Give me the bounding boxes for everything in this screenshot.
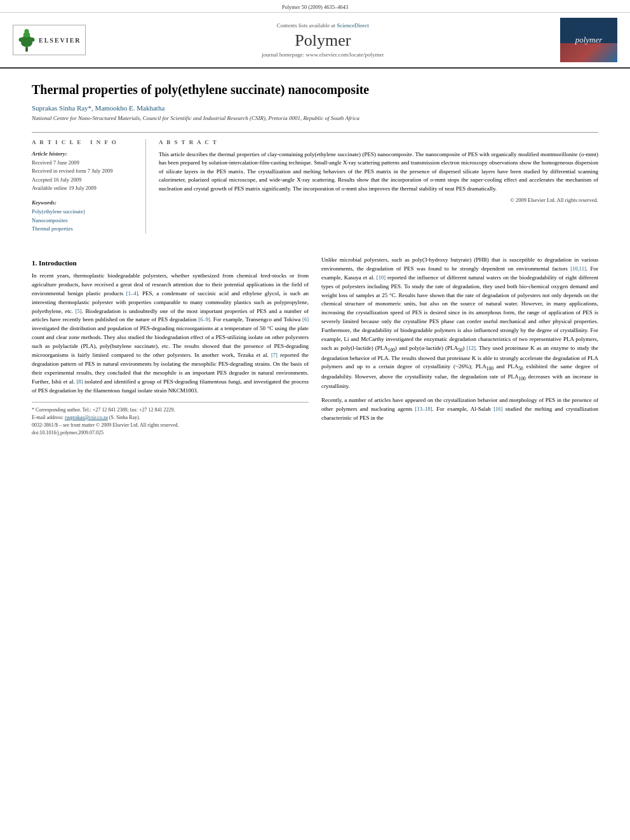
svg-point-4 [24,29,29,34]
top-bar: Polymer 50 (2009) 4635–4643 [0,0,630,13]
abstract-section: A B S T R A C T This article describes t… [159,139,598,234]
elsevier-tree-icon [17,27,36,53]
keyword-1: Poly(ethylene succinate) [32,208,136,217]
journal-citation: Polymer 50 (2009) 4635–4643 [282,4,349,10]
footnote-email-suffix: (S. Sinha Ray). [109,415,140,420]
right-paragraph-2: Recently, a number of articles have appe… [321,396,598,423]
footnote-issn: 0032-3861/$ – see front matter © 2009 El… [32,422,309,429]
svg-point-5 [19,37,25,42]
elsevier-logo: ELSEVIER [13,25,86,55]
journal-title: Polymer [98,31,547,50]
polymer-logo-overlay [560,43,617,62]
footnote-email-line: E-mail address: rsuprakas@csir.co.za (S.… [32,414,309,422]
article-title: Thermal properties of poly(ethylene succ… [32,81,598,98]
svg-point-6 [29,37,35,42]
footnote-corresponding: * Corresponding author. Tel.: +27 12 841… [32,406,309,414]
accepted-date: Accepted 16 July 2009 [32,176,136,185]
sciencedirect-link[interactable]: ScienceDirect [337,22,368,29]
article-two-column: A R T I C L E I N F O Article history: R… [32,132,598,234]
abstract-text: This article describes the thermal prope… [159,150,598,194]
article-content: Thermal properties of poly(ethylene succ… [0,69,630,246]
elsevier-brand-text: ELSEVIER [39,37,81,44]
article-affiliation: National Centre for Nano-Structured Mate… [32,114,598,123]
ref-5: [5] [76,308,82,314]
footnote-email-label: E-mail address: [32,415,64,420]
sciencedirect-line: Contents lists available at ScienceDirec… [98,22,547,29]
available-date: Available online 19 July 2009 [32,184,136,193]
ref-16: [16] [493,406,502,412]
ref-1-4: [1–4] [126,290,138,297]
footnote-doi: doi:10.1016/j.polymer.2009.07.025 [32,429,309,437]
body-columns: 1. Introduction In recent years, thermop… [0,246,630,446]
journal-center: Contents lists available at ScienceDirec… [86,22,560,58]
history-label: Article history: [32,150,136,157]
copyright-line: © 2009 Elsevier Ltd. All rights reserved… [159,197,598,203]
footnote-asterisk: * Corresponding author. Tel.: +27 12 841… [32,407,175,413]
ref-10: [10] [377,274,385,281]
abstract-heading: A B S T R A C T [159,139,598,145]
body-right-column: Unlike microbial polyesters, such as pol… [321,256,598,437]
keywords-label: Keywords: [32,199,136,206]
sciencedirect-label: Contents lists available at [277,22,335,29]
footnote-email-link[interactable]: rsuprakas@csir.co.za [65,415,108,420]
journal-header: ELSEVIER Contents lists available at Sci… [0,13,630,69]
intro-text-1: In recent years, thermoplastic biodegrad… [32,272,309,394]
received-date: Received 7 June 2009 [32,159,136,168]
intro-section-title: 1. Introduction [32,259,309,267]
keyword-3: Thermal properties [32,225,136,234]
right-paragraph-1: Unlike microbial polyesters, such as pol… [321,256,598,392]
keyword-2: Nanocomposites [32,217,136,225]
article-dates: Received 7 June 2009 Received in revised… [32,159,136,193]
article-info: A R T I C L E I N F O Article history: R… [32,139,146,234]
intro-paragraph-1: In recent years, thermoplastic biodegrad… [32,272,309,396]
body-left-column: 1. Introduction In recent years, thermop… [32,256,309,437]
ref-6: [6] [302,316,309,323]
polymer-logo-text: polymer [575,35,603,45]
ref-13-18: [13–18] [415,406,432,412]
ref-6-9: [6–9] [198,316,210,323]
revised-date: Received in revised form 7 July 2009 [32,167,136,176]
article-authors: Suprakas Sinha Ray*, Mamookho E. Makhath… [32,104,598,112]
polymer-logo: polymer [560,18,617,62]
ref-10-11: [10,11] [570,265,586,272]
ref-12: [12] [467,345,476,351]
footnote-area: * Corresponding author. Tel.: +27 12 841… [32,402,309,437]
svg-rect-0 [25,47,28,51]
journal-homepage: journal homepage: www.elsevier.com/locat… [98,51,547,58]
ref-7: [7] [271,352,278,358]
article-info-heading: A R T I C L E I N F O [32,139,136,145]
ref-8: [8] [76,378,83,385]
